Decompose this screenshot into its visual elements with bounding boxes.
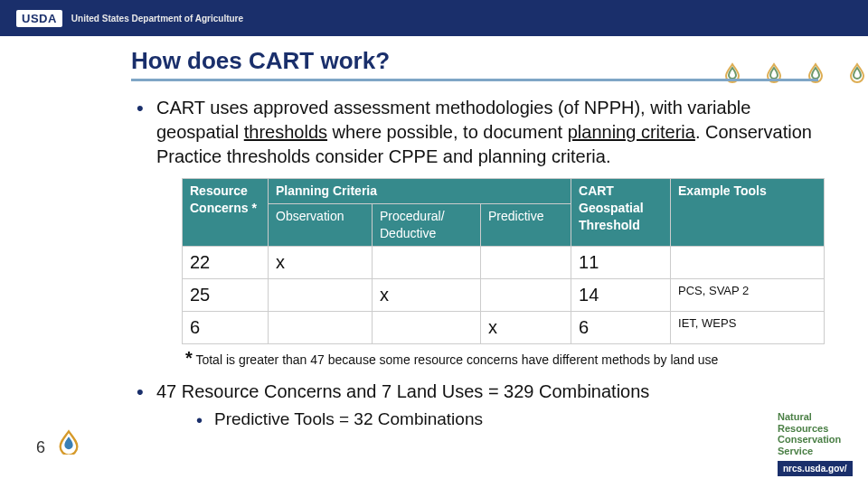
table-row: 25 x 14 PCS, SVAP 2 [183,278,825,311]
cell-pred [481,246,571,278]
bullet-list: CART uses approved assessment methodolog… [131,96,818,431]
cell-obs [269,278,373,311]
cell-proc: x [373,278,481,311]
th-procedural: Procedural/ Deductive [373,203,481,246]
cell-tools: IET, WEPS [671,311,825,343]
nrcs-line: Resources [778,423,859,435]
th-resource-concerns: Resource Concerns * [183,179,269,247]
table-footnote: * Total is greater than 47 because some … [185,346,818,371]
cell-geo: 11 [571,246,671,278]
cell-obs [269,311,373,343]
bullet-2-text: 47 Resource Concerns and 7 Land Uses = 3… [156,381,649,401]
usda-logo-badge: USDA [16,10,62,27]
bullet-2-sublist: Predictive Tools = 32 Combinations [156,408,818,432]
bullet-2-sub: Predictive Tools = 32 Combinations [193,408,818,432]
nrcs-line: Conservation [778,434,859,446]
bullet-1-underline-1: thresholds [244,122,327,142]
page-number: 6 [36,438,45,457]
cell-proc [373,246,481,278]
footnote-text: Total is greater than 47 because some re… [193,352,719,367]
table-row: 22 x 11 [183,246,825,278]
cell-tools [671,246,825,278]
th-predictive: Predictive [481,203,571,246]
droplet-icon [56,429,81,455]
bullet-2-sub-text: Predictive Tools = 32 Combinations [214,409,483,428]
cart-table-body: 22 x 11 25 x 14 PCS, SVAP 2 [183,246,825,343]
cell-geo: 14 [571,278,671,311]
cell-geo: 6 [571,311,671,343]
bullet-1: CART uses approved assessment methodolog… [131,96,818,371]
th-geo-threshold: CART Geospatial Threshold [571,179,671,247]
footnote-star: * [185,348,193,368]
table-row: 6 x 6 IET, WEPS [183,311,825,343]
bullet-2: 47 Resource Concerns and 7 Land Uses = 3… [131,380,818,432]
bullet-1-underline-2: planning criteria [568,122,695,142]
nrcs-branding: Natural Resources Conservation Service n… [778,411,859,476]
usda-header-bar: USDA United States Department of Agricul… [0,0,868,36]
cell-pred [481,278,571,311]
cell-rc: 22 [183,246,269,278]
nrcs-line: Natural [778,411,859,423]
th-planning-criteria: Planning Criteria [269,179,571,204]
cart-table: Resource Concerns * Planning Criteria CA… [182,178,825,344]
bullet-1-text-b: where possible, to document [327,122,568,142]
cell-tools: PCS, SVAP 2 [671,278,825,311]
slide-content: How does CART work? CART uses approved a… [0,36,868,431]
th-example-tools: Example Tools [671,179,825,247]
cell-pred: x [481,311,571,343]
slide-title: How does CART work? [131,47,818,81]
cell-rc: 6 [183,311,269,343]
cell-proc [373,311,481,343]
th-observation: Observation [269,203,373,246]
nrcs-link: nrcs.usda.gov/ [778,461,853,477]
nrcs-line: Service [778,446,859,457]
cell-rc: 25 [183,278,269,311]
cell-obs: x [269,246,373,278]
usda-dept-text: United States Department of Agriculture [71,14,243,23]
